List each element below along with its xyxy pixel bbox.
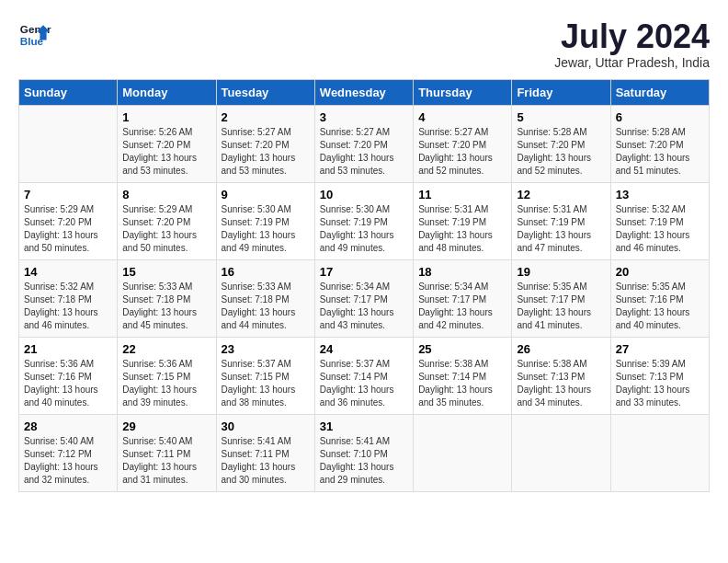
day-number: 13 bbox=[616, 188, 704, 201]
day-info: Sunrise: 5:36 AM Sunset: 7:16 PM Dayligh… bbox=[24, 358, 112, 409]
header-row: SundayMondayTuesdayWednesdayThursdayFrid… bbox=[19, 79, 710, 105]
day-number: 26 bbox=[517, 342, 605, 356]
day-cell: 16Sunrise: 5:33 AM Sunset: 7:18 PM Dayli… bbox=[216, 259, 314, 337]
day-number: 27 bbox=[616, 342, 704, 356]
day-cell: 29Sunrise: 5:40 AM Sunset: 7:11 PM Dayli… bbox=[118, 414, 216, 491]
day-info: Sunrise: 5:29 AM Sunset: 7:20 PM Dayligh… bbox=[24, 203, 112, 255]
day-number: 8 bbox=[122, 188, 210, 201]
day-info: Sunrise: 5:40 AM Sunset: 7:11 PM Dayligh… bbox=[122, 435, 210, 487]
day-cell: 23Sunrise: 5:37 AM Sunset: 7:15 PM Dayli… bbox=[216, 337, 314, 414]
day-info: Sunrise: 5:37 AM Sunset: 7:14 PM Dayligh… bbox=[320, 358, 408, 409]
day-cell: 26Sunrise: 5:38 AM Sunset: 7:13 PM Dayli… bbox=[512, 337, 610, 414]
day-info: Sunrise: 5:34 AM Sunset: 7:17 PM Dayligh… bbox=[418, 281, 506, 332]
day-number: 21 bbox=[24, 342, 112, 356]
day-cell bbox=[19, 105, 118, 182]
day-cell: 24Sunrise: 5:37 AM Sunset: 7:14 PM Dayli… bbox=[314, 337, 413, 414]
day-info: Sunrise: 5:34 AM Sunset: 7:17 PM Dayligh… bbox=[320, 281, 408, 332]
day-info: Sunrise: 5:33 AM Sunset: 7:18 PM Dayligh… bbox=[122, 281, 210, 332]
day-info: Sunrise: 5:37 AM Sunset: 7:15 PM Dayligh… bbox=[222, 358, 310, 409]
day-info: Sunrise: 5:28 AM Sunset: 7:20 PM Dayligh… bbox=[616, 126, 704, 178]
day-info: Sunrise: 5:31 AM Sunset: 7:19 PM Dayligh… bbox=[517, 203, 605, 255]
column-header-thursday: Thursday bbox=[414, 79, 512, 105]
day-number: 23 bbox=[222, 342, 310, 356]
day-number: 22 bbox=[122, 342, 210, 356]
day-cell: 10Sunrise: 5:30 AM Sunset: 7:19 PM Dayli… bbox=[314, 182, 413, 259]
day-info: Sunrise: 5:27 AM Sunset: 7:20 PM Dayligh… bbox=[418, 126, 506, 178]
day-cell: 20Sunrise: 5:35 AM Sunset: 7:16 PM Dayli… bbox=[610, 259, 709, 337]
day-number: 28 bbox=[24, 419, 112, 433]
day-number: 2 bbox=[222, 110, 310, 124]
day-cell: 31Sunrise: 5:41 AM Sunset: 7:10 PM Dayli… bbox=[314, 414, 413, 491]
day-cell: 9Sunrise: 5:30 AM Sunset: 7:19 PM Daylig… bbox=[216, 182, 314, 259]
column-header-tuesday: Tuesday bbox=[216, 79, 314, 105]
day-cell bbox=[512, 414, 610, 491]
week-row-4: 21Sunrise: 5:36 AM Sunset: 7:16 PM Dayli… bbox=[19, 337, 710, 414]
day-number: 3 bbox=[320, 110, 408, 124]
page-header: General Blue July 2024 Jewar, Uttar Prad… bbox=[18, 18, 710, 70]
day-info: Sunrise: 5:27 AM Sunset: 7:20 PM Dayligh… bbox=[320, 126, 408, 178]
day-cell: 27Sunrise: 5:39 AM Sunset: 7:13 PM Dayli… bbox=[610, 337, 709, 414]
day-number: 30 bbox=[222, 419, 310, 433]
day-number: 19 bbox=[517, 265, 605, 279]
logo: General Blue bbox=[18, 18, 51, 52]
day-cell: 12Sunrise: 5:31 AM Sunset: 7:19 PM Dayli… bbox=[512, 182, 610, 259]
day-number: 12 bbox=[517, 188, 605, 201]
day-number: 5 bbox=[517, 110, 605, 124]
day-cell: 19Sunrise: 5:35 AM Sunset: 7:17 PM Dayli… bbox=[512, 259, 610, 337]
column-header-monday: Monday bbox=[118, 79, 216, 105]
column-header-sunday: Sunday bbox=[19, 79, 118, 105]
day-number: 24 bbox=[320, 342, 408, 356]
day-number: 15 bbox=[122, 265, 210, 279]
day-number: 31 bbox=[320, 419, 408, 433]
week-row-5: 28Sunrise: 5:40 AM Sunset: 7:12 PM Dayli… bbox=[19, 414, 710, 491]
day-info: Sunrise: 5:28 AM Sunset: 7:20 PM Dayligh… bbox=[517, 126, 605, 178]
day-number: 7 bbox=[24, 188, 112, 201]
day-info: Sunrise: 5:39 AM Sunset: 7:13 PM Dayligh… bbox=[616, 358, 704, 409]
day-info: Sunrise: 5:36 AM Sunset: 7:15 PM Dayligh… bbox=[122, 358, 210, 409]
day-number: 6 bbox=[616, 110, 704, 124]
day-number: 9 bbox=[222, 188, 310, 201]
day-info: Sunrise: 5:29 AM Sunset: 7:20 PM Dayligh… bbox=[122, 203, 210, 255]
day-number: 16 bbox=[222, 265, 310, 279]
day-cell: 1Sunrise: 5:26 AM Sunset: 7:20 PM Daylig… bbox=[118, 105, 216, 182]
day-cell: 17Sunrise: 5:34 AM Sunset: 7:17 PM Dayli… bbox=[314, 259, 413, 337]
day-cell: 3Sunrise: 5:27 AM Sunset: 7:20 PM Daylig… bbox=[314, 105, 413, 182]
day-info: Sunrise: 5:33 AM Sunset: 7:18 PM Dayligh… bbox=[222, 281, 310, 332]
day-cell: 6Sunrise: 5:28 AM Sunset: 7:20 PM Daylig… bbox=[610, 105, 709, 182]
day-number: 25 bbox=[418, 342, 506, 356]
week-row-1: 1Sunrise: 5:26 AM Sunset: 7:20 PM Daylig… bbox=[19, 105, 710, 182]
day-cell: 11Sunrise: 5:31 AM Sunset: 7:19 PM Dayli… bbox=[414, 182, 512, 259]
day-number: 29 bbox=[122, 419, 210, 433]
column-header-saturday: Saturday bbox=[610, 79, 709, 105]
day-cell: 4Sunrise: 5:27 AM Sunset: 7:20 PM Daylig… bbox=[414, 105, 512, 182]
day-info: Sunrise: 5:30 AM Sunset: 7:19 PM Dayligh… bbox=[222, 203, 310, 255]
week-row-2: 7Sunrise: 5:29 AM Sunset: 7:20 PM Daylig… bbox=[19, 182, 710, 259]
day-number: 1 bbox=[122, 110, 210, 124]
day-cell bbox=[610, 414, 709, 491]
day-cell: 21Sunrise: 5:36 AM Sunset: 7:16 PM Dayli… bbox=[19, 337, 118, 414]
day-cell: 25Sunrise: 5:38 AM Sunset: 7:14 PM Dayli… bbox=[414, 337, 512, 414]
day-cell: 2Sunrise: 5:27 AM Sunset: 7:20 PM Daylig… bbox=[216, 105, 314, 182]
day-info: Sunrise: 5:41 AM Sunset: 7:10 PM Dayligh… bbox=[320, 435, 408, 487]
day-info: Sunrise: 5:30 AM Sunset: 7:19 PM Dayligh… bbox=[320, 203, 408, 255]
week-row-3: 14Sunrise: 5:32 AM Sunset: 7:18 PM Dayli… bbox=[19, 259, 710, 337]
day-number: 10 bbox=[320, 188, 408, 201]
day-info: Sunrise: 5:31 AM Sunset: 7:19 PM Dayligh… bbox=[418, 203, 506, 255]
title-block: July 2024 Jewar, Uttar Pradesh, India bbox=[554, 18, 710, 70]
day-cell: 15Sunrise: 5:33 AM Sunset: 7:18 PM Dayli… bbox=[118, 259, 216, 337]
day-info: Sunrise: 5:32 AM Sunset: 7:19 PM Dayligh… bbox=[616, 203, 704, 255]
day-number: 17 bbox=[320, 265, 408, 279]
day-number: 20 bbox=[616, 265, 704, 279]
day-cell bbox=[414, 414, 512, 491]
day-number: 4 bbox=[418, 110, 506, 124]
day-info: Sunrise: 5:41 AM Sunset: 7:11 PM Dayligh… bbox=[222, 435, 310, 487]
logo-icon: General Blue bbox=[18, 18, 51, 52]
day-cell: 28Sunrise: 5:40 AM Sunset: 7:12 PM Dayli… bbox=[19, 414, 118, 491]
day-cell: 22Sunrise: 5:36 AM Sunset: 7:15 PM Dayli… bbox=[118, 337, 216, 414]
day-info: Sunrise: 5:35 AM Sunset: 7:16 PM Dayligh… bbox=[616, 281, 704, 332]
day-info: Sunrise: 5:26 AM Sunset: 7:20 PM Dayligh… bbox=[122, 126, 210, 178]
day-cell: 13Sunrise: 5:32 AM Sunset: 7:19 PM Dayli… bbox=[610, 182, 709, 259]
month-title: July 2024 bbox=[554, 18, 710, 55]
day-cell: 5Sunrise: 5:28 AM Sunset: 7:20 PM Daylig… bbox=[512, 105, 610, 182]
day-info: Sunrise: 5:35 AM Sunset: 7:17 PM Dayligh… bbox=[517, 281, 605, 332]
